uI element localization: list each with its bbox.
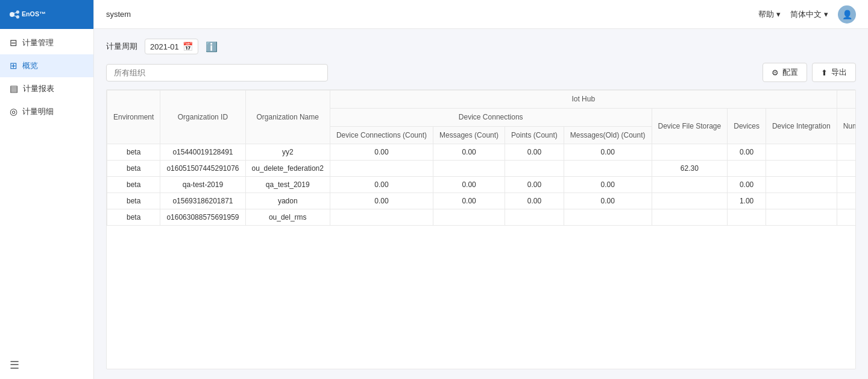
table-cell: 0.00 [330, 177, 433, 193]
language-selector[interactable]: 简体中文 ▾ [790, 9, 828, 20]
overview-icon: ⊞ [10, 60, 17, 71]
topbar-title: system [106, 10, 131, 19]
table-cell [330, 161, 433, 177]
table-cell: 0.00 [433, 177, 505, 193]
billing-report-icon: ▤ [10, 83, 18, 94]
config-icon: ⚙ [772, 68, 779, 77]
table-cell [433, 161, 505, 177]
table-cell: 0.00 [505, 177, 564, 193]
table-cell [564, 209, 652, 226]
table-cell [433, 209, 505, 226]
th-environment: Environment [107, 91, 160, 144]
data-table-container[interactable]: Environment Organization ID Organization… [106, 89, 856, 369]
table-cell [766, 144, 837, 161]
table-cell: ou_del_rms [245, 209, 330, 226]
table-cell: 1.00 [728, 193, 766, 209]
action-bar: ⚙ 配置 ⬆ 导出 [106, 63, 856, 82]
table-cell: 0.00 [728, 144, 766, 161]
table-cell [652, 209, 728, 226]
table-cell [505, 161, 564, 177]
th-messages-count: Messages (Count) [433, 126, 505, 144]
table-cell: beta [107, 193, 160, 209]
table-cell [766, 177, 837, 193]
svg-line-3 [14, 13, 16, 13]
main-content: system 帮助 ▾ 简体中文 ▾ 👤 计量周期 2021-01 📅 ℹ️ [94, 0, 868, 379]
table-cell: qa_test_2019 [245, 177, 330, 193]
info-icon[interactable]: ℹ️ [206, 41, 218, 53]
sidebar-item-billing-report[interactable]: ▤ 计量报表 [0, 77, 93, 100]
table-cell: o16051507445291076 [160, 161, 245, 177]
table-row: betao16051507445291076ou_delete_federati… [107, 161, 857, 177]
table-cell [330, 209, 433, 226]
table-row: betaqa-test-2019qa_test_20190.000.000.00… [107, 177, 857, 193]
calendar-icon: 📅 [183, 42, 193, 51]
sidebar-item-billing-detail-label: 计量明细 [22, 106, 54, 117]
user-avatar[interactable]: 👤 [838, 5, 856, 24]
table-cell [728, 161, 766, 177]
table-cell: yadon [245, 193, 330, 209]
th-num-devices-sub: Number of Devices (Count) [837, 108, 856, 144]
th-org-id: Organization ID [160, 91, 245, 144]
th-device-connections-group: Device Connections [330, 108, 652, 126]
period-value: 2021-01 [150, 42, 179, 51]
table-cell: ou_delete_federation2 [245, 161, 330, 177]
table-cell: 0.00 [564, 177, 652, 193]
data-table: Environment Organization ID Organization… [107, 90, 856, 226]
billing-mgmt-icon: ⊟ [10, 37, 17, 48]
th-dc-count: Device Connections (Count) [330, 126, 433, 144]
table-cell: beta [107, 161, 160, 177]
table-cell: 0.00 [505, 193, 564, 209]
topbar: system 帮助 ▾ 简体中文 ▾ 👤 [94, 0, 868, 29]
th-device-integration-service: Device Integration Service [837, 91, 856, 109]
help-label: 帮助 [758, 9, 774, 20]
table-cell: 0.00 [433, 193, 505, 209]
table-cell: yy2 [245, 144, 330, 161]
svg-point-1 [16, 10, 19, 13]
table-cell [837, 209, 856, 226]
table-cell: 0.00 [564, 144, 652, 161]
org-select-input[interactable] [106, 64, 328, 81]
th-iot-hub: Iot Hub [330, 91, 837, 109]
table-cell: qa-test-2019 [160, 177, 245, 193]
config-label: 配置 [782, 67, 798, 78]
sidebar-item-billing-detail[interactable]: ◎ 计量明细 [0, 100, 93, 123]
table-cell [837, 193, 856, 209]
table-cell: beta [107, 177, 160, 193]
table-cell: o15693186201871 [160, 193, 245, 209]
svg-line-4 [14, 16, 16, 16]
filter-bar: 计量周期 2021-01 📅 ℹ️ [106, 39, 856, 54]
sidebar-item-billing-mgmt[interactable]: ⊟ 计量管理 [0, 31, 93, 54]
table-cell: 62.30 [652, 161, 728, 177]
sidebar: EnOS™ ⊟ 计量管理 ⊞ 概览 ▤ 计量报表 ◎ 计量明细 ☰ [0, 0, 94, 379]
table-cell: 0.00 [728, 177, 766, 193]
table-cell [652, 177, 728, 193]
th-org-name: Organization Name [245, 91, 330, 144]
export-button[interactable]: ⬆ 导出 [812, 63, 856, 82]
table-cell [505, 209, 564, 226]
help-link[interactable]: 帮助 ▾ [758, 9, 781, 20]
svg-text:EnOS™: EnOS™ [22, 10, 46, 18]
th-points-count: Points (Count) [505, 126, 564, 144]
table-cell [837, 144, 856, 161]
table-cell: beta [107, 144, 160, 161]
collapse-menu-icon[interactable]: ☰ [10, 359, 19, 371]
table-cell [766, 193, 837, 209]
table-row: betao15440019128491yy20.000.000.000.000.… [107, 144, 857, 161]
action-buttons: ⚙ 配置 ⬆ 导出 [763, 63, 856, 82]
table-cell: o16063088575691959 [160, 209, 245, 226]
sidebar-bottom: ☰ [0, 351, 93, 379]
table-cell: o15440019128491 [160, 144, 245, 161]
table-cell [652, 193, 728, 209]
period-input[interactable]: 2021-01 📅 [145, 39, 198, 54]
table-cell: 0.00 [564, 193, 652, 209]
export-icon: ⬆ [821, 68, 828, 77]
table-cell: 0.00 [505, 144, 564, 161]
sidebar-item-overview[interactable]: ⊞ 概览 [0, 54, 93, 77]
avatar-icon: 👤 [842, 10, 852, 19]
table-row: betao16063088575691959ou_del_rms [107, 209, 857, 226]
billing-detail-icon: ◎ [10, 106, 17, 117]
th-device-file-storage: Device File Storage [652, 108, 728, 144]
config-button[interactable]: ⚙ 配置 [763, 63, 807, 82]
th-device-integration: Device Integration [766, 108, 837, 144]
page-content: 计量周期 2021-01 📅 ℹ️ ⚙ 配置 ⬆ 导出 [94, 29, 868, 379]
